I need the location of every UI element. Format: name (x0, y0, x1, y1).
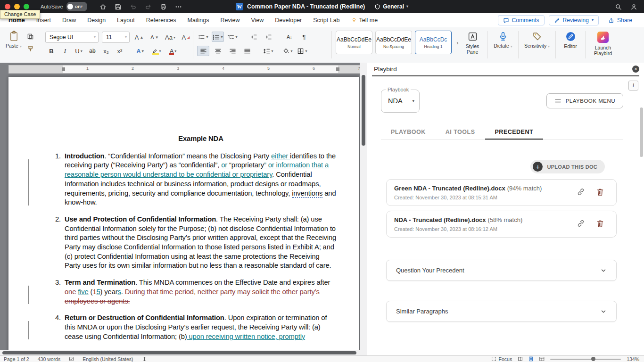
save-icon[interactable] (115, 3, 122, 10)
highlight-button[interactable]: ▾ (150, 46, 163, 56)
info-icon[interactable]: i (628, 81, 638, 90)
proofing-status[interactable] (69, 356, 74, 362)
align-right-button[interactable] (226, 46, 239, 56)
tab-design[interactable]: Design (82, 14, 111, 27)
paste-button[interactable]: Paste ▾ (4, 31, 24, 52)
redo-icon[interactable] (145, 3, 152, 10)
font-size-combobox[interactable]: 11 ▾ (102, 32, 130, 43)
similar-paragraphs-accordion[interactable]: Similar Paragraphs (386, 301, 617, 322)
tab-review[interactable]: Review (215, 14, 245, 27)
tab-mailings[interactable]: Mailings (182, 14, 215, 27)
horizontal-scroll-thumb[interactable] (2, 351, 356, 354)
styles-pane-button[interactable]: Styles Pane (461, 30, 484, 55)
increase-indent-button[interactable] (262, 32, 274, 42)
editor-button[interactable]: Editor (560, 30, 581, 49)
panel-tab-playbook[interactable]: PLAYBOOK (381, 125, 436, 140)
strikethrough-button[interactable]: ab (86, 46, 99, 56)
align-center-button[interactable] (212, 46, 224, 56)
align-left-button[interactable] (197, 46, 209, 56)
justify-button[interactable] (241, 46, 253, 56)
document-page[interactable]: Example NDA 1.Introduction. “Confidentia… (8, 77, 359, 356)
delete-icon[interactable] (596, 188, 604, 196)
change-case-button[interactable]: Aa▾ (164, 32, 176, 42)
read-mode-button[interactable] (518, 356, 523, 362)
font-name-combobox[interactable]: Segoe UI ▾ (45, 32, 99, 43)
multilevel-list-button[interactable]: ▾ (226, 32, 239, 42)
text-cursor-indicator[interactable] (142, 356, 147, 362)
borders-button[interactable]: ▾ (296, 46, 308, 56)
account-icon[interactable] (630, 3, 637, 10)
undo-icon[interactable] (130, 3, 137, 10)
document-body[interactable]: Example NDA 1.Introduction. “Confidentia… (8, 77, 359, 341)
style-card-no-spacing[interactable]: AaBbCcDdEe No Spacing (375, 31, 412, 54)
italic-button[interactable]: I (59, 46, 71, 56)
decrease-indent-button[interactable] (248, 32, 260, 42)
show-paragraph-marks-button[interactable]: ¶ (298, 32, 310, 42)
home-icon[interactable] (99, 3, 107, 10)
tab-script-lab[interactable]: Script Lab (307, 14, 345, 27)
link-icon[interactable] (577, 219, 585, 228)
document-vertical-scrollbar[interactable] (360, 63, 367, 350)
numbering-button[interactable]: ▾ (212, 32, 224, 42)
close-window-button[interactable] (5, 4, 10, 9)
share-button[interactable]: Share (603, 15, 637, 25)
styles-gallery-expand[interactable]: › (454, 31, 461, 54)
font-color-button[interactable]: A ▾ (167, 46, 179, 56)
text-effects-button[interactable]: A▾ (134, 46, 146, 56)
tab-references[interactable]: References (140, 14, 182, 27)
playbook-select[interactable]: Playbook NDA ▾ (381, 90, 420, 113)
upload-this-doc-button[interactable]: + UPLOAD THIS DOC (530, 160, 605, 173)
dictate-button[interactable]: Dictate ▾ (492, 30, 514, 49)
print-layout-button[interactable] (528, 356, 534, 362)
fullscreen-window-button[interactable] (24, 4, 29, 9)
language-indicator[interactable]: English (United States) (83, 356, 133, 362)
question-your-precedent-accordion[interactable]: Question Your Precedent (386, 260, 617, 281)
style-card-heading1[interactable]: AaBbCcDc Heading 1 (415, 31, 452, 54)
playbook-menu-button[interactable]: PLAYBOOK MENU (546, 93, 623, 108)
web-layout-button[interactable] (539, 356, 545, 362)
bullets-button[interactable]: ▾ (197, 32, 209, 42)
shading-button[interactable]: ▾ (281, 46, 294, 56)
copy-icon[interactable] (27, 33, 34, 40)
link-icon[interactable] (577, 188, 585, 196)
search-icon[interactable] (615, 3, 622, 10)
tab-tell-me[interactable]: Tell me (346, 14, 384, 27)
format-painter-icon[interactable] (27, 45, 34, 52)
precedent-card[interactable]: Green NDA - Truncated (Redline).docx(94%… (386, 179, 617, 206)
focus-mode-button[interactable]: Focus (491, 356, 512, 362)
tab-view[interactable]: View (245, 14, 269, 27)
print-icon[interactable] (160, 3, 167, 10)
precedent-card[interactable]: NDA - Truncated (Redline).docx(58% match… (386, 211, 617, 238)
autosave-control[interactable]: AutoSave OFF (41, 2, 87, 11)
panel-tab-precedent[interactable]: PRECEDENT (485, 125, 544, 140)
left-indent-marker[interactable] (62, 67, 65, 71)
zoom-slider-thumb[interactable] (591, 357, 595, 361)
shrink-font-button[interactable]: A▼ (149, 32, 161, 42)
reviewing-button[interactable]: Reviewing ▾ (549, 15, 599, 25)
tab-developer[interactable]: Developer (269, 14, 307, 27)
page-indicator[interactable]: Page 1 of 2 (4, 356, 29, 362)
launch-playbird-button[interactable]: Launch Playbird (589, 30, 617, 56)
tab-draw[interactable]: Draw (57, 14, 82, 27)
panel-scroll-thumb[interactable] (640, 107, 643, 157)
superscript-button[interactable]: x² (114, 46, 126, 56)
grow-font-button[interactable]: A▲ (133, 32, 145, 42)
word-count[interactable]: 430 words (38, 356, 60, 362)
comments-button[interactable]: Comments (498, 15, 545, 25)
close-panel-icon[interactable]: × (632, 66, 639, 73)
bold-button[interactable]: B (45, 46, 58, 56)
line-spacing-button[interactable]: ▾ (262, 46, 274, 56)
tab-layout[interactable]: Layout (111, 14, 140, 27)
underline-button[interactable]: U▾ (73, 46, 85, 56)
right-indent-marker[interactable] (336, 67, 339, 71)
horizontal-ruler[interactable]: 1234567 (8, 65, 360, 74)
subscript-button[interactable]: x₂ (100, 46, 112, 56)
autosave-toggle[interactable]: OFF (66, 2, 87, 11)
sensitivity-chip[interactable]: General ▾ (374, 3, 408, 10)
zoom-slider[interactable] (550, 359, 621, 360)
more-commands-icon[interactable] (175, 3, 182, 10)
clear-formatting-button[interactable]: A◢ (180, 32, 192, 42)
zoom-level[interactable]: 134% (627, 356, 639, 362)
sort-button[interactable]: A↓ (283, 32, 296, 42)
panel-tab-ai-tools[interactable]: AI TOOLS (436, 125, 485, 140)
